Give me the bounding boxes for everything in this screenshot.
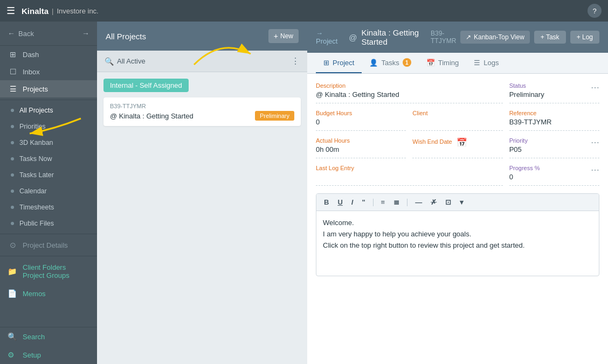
- projects-header: All Projects + New: [97, 22, 307, 51]
- timing-tab-icon: 📅: [426, 59, 435, 67]
- tab-logs[interactable]: ☰ Logs: [466, 53, 506, 73]
- sidebar-sub-priorities[interactable]: Priorities: [0, 118, 97, 135]
- editor-line-3: Click on the top right button to review …: [323, 240, 592, 251]
- toolbar-ol[interactable]: ≣: [391, 197, 402, 207]
- sidebar-sub-public-files[interactable]: Public Files: [0, 215, 97, 232]
- toolbar-hr[interactable]: —: [413, 197, 424, 207]
- brand-name: Kinalta: [22, 6, 49, 16]
- detail-tabs: ⊞ Project 👤 Tasks 1 📅 Timing ☰ Logs: [307, 53, 608, 74]
- tasks-badge: 1: [403, 58, 411, 67]
- dot-icon: [11, 222, 14, 225]
- project-tab-label: Project: [333, 59, 354, 67]
- status-field: Status Preliminary ⋯: [509, 82, 599, 103]
- tab-project[interactable]: ⊞ Project: [316, 53, 362, 73]
- toolbar-sep-2: [407, 199, 407, 206]
- projects-panel-title: All Projects: [106, 32, 268, 41]
- description-value: @ Kinalta : Getting Started: [316, 90, 503, 99]
- toolbar-bold[interactable]: B: [322, 197, 331, 207]
- folder-icon: 📁: [8, 267, 18, 276]
- content-area: All Projects + New 🔍 All Acti: [97, 22, 608, 364]
- description-label: Description: [316, 82, 503, 89]
- toolbar-underline[interactable]: U: [335, 197, 344, 207]
- sidebar-sub-timesheets[interactable]: Timesheets: [0, 199, 97, 215]
- sidebar-item-label: Projects: [23, 85, 48, 93]
- priority-options-button[interactable]: ⋯: [591, 137, 599, 148]
- sidebar-item-projects[interactable]: ☰ Projects: [0, 80, 97, 97]
- calendar-icon[interactable]: 📅: [457, 137, 467, 148]
- sidebar-project-details[interactable]: ⊙ Project Details: [0, 236, 97, 254]
- toolbar-code[interactable]: ⊡: [443, 197, 453, 207]
- progress-options-button[interactable]: ⋯: [591, 165, 599, 175]
- task-btn-label: + Task: [541, 33, 559, 41]
- detail-title-area: → Project @ Kinalta : Getting Started B3…: [316, 28, 460, 46]
- client-folders-label: Client Folders: [23, 263, 70, 271]
- dot-icon: [11, 173, 14, 177]
- sidebar-sub-label: Public Files: [19, 220, 54, 227]
- topbar-subtitle: Investore inc.: [57, 7, 98, 15]
- sidebar-back-button[interactable]: ← Back →: [0, 26, 97, 41]
- editor-body[interactable]: Welcome. I am very happy to help you ach…: [316, 211, 599, 276]
- status-label: Status: [509, 82, 544, 89]
- menu-icon[interactable]: ☰: [6, 5, 15, 17]
- memos-icon: 📄: [8, 289, 18, 298]
- back-label: Back: [18, 30, 34, 38]
- filter-options-button[interactable]: ⋮: [291, 56, 300, 66]
- client-field: Client: [412, 110, 502, 131]
- sidebar-item-dash[interactable]: ⊞ Dash: [0, 46, 97, 63]
- topbar: ☰ Kinalta | Investore inc. ?: [0, 0, 608, 22]
- status-badge: Preliminary: [255, 111, 294, 121]
- reference-field: Reference B39-TTJYMR: [509, 110, 599, 131]
- toolbar-more[interactable]: ▾: [458, 197, 466, 207]
- project-card[interactable]: B39-TTJYMR @ Kinalta : Getting Started P…: [103, 97, 301, 126]
- toolbar-strikethrough[interactable]: ✗: [429, 197, 439, 207]
- tasks-tab-label: Tasks: [381, 59, 399, 67]
- group-label: Internal - Self Assigned: [103, 79, 189, 92]
- actual-hours-value: 0h 00m: [316, 145, 406, 153]
- back-arrow-icon: ←: [8, 29, 15, 38]
- detail-header: → Project @ Kinalta : Getting Started B3…: [307, 22, 608, 53]
- actual-hours-field: Actual Hours 0h 00m: [316, 137, 406, 158]
- sidebar-client-folders[interactable]: 📁 Client Folders Project Groups: [0, 258, 97, 284]
- plus-icon: +: [274, 32, 278, 40]
- detail-panel: → Project @ Kinalta : Getting Started B3…: [307, 22, 608, 364]
- add-task-button[interactable]: + Task: [534, 31, 566, 44]
- toolbar-quote[interactable]: ": [360, 197, 367, 207]
- tab-timing[interactable]: 📅 Timing: [419, 53, 467, 73]
- status-options-button[interactable]: ⋯: [591, 82, 599, 93]
- filter-label: All Active: [117, 57, 291, 65]
- sidebar-sub-tasks-now[interactable]: Tasks Now: [0, 151, 97, 167]
- project-ref: B39-TTJYMR: [110, 103, 294, 109]
- new-button-label: New: [280, 32, 293, 40]
- sidebar-sub-tasks-later[interactable]: Tasks Later: [0, 167, 97, 183]
- dot-icon: [11, 190, 14, 193]
- log-btn-label: + Log: [577, 33, 593, 41]
- fields-row-4: Last Log Entry Progress % 0 ⋯: [316, 165, 599, 186]
- sidebar-setup[interactable]: ⚙ Setup: [0, 346, 97, 364]
- sidebar-sub-3d-kanban[interactable]: 3D Kanban: [0, 135, 97, 151]
- help-button[interactable]: ?: [588, 4, 602, 18]
- toolbar-italic[interactable]: I: [349, 197, 356, 207]
- kanban-view-button[interactable]: ↗ Kanban-Top View: [460, 31, 530, 44]
- client-label: Client: [412, 110, 502, 116]
- detail-at: @: [349, 33, 357, 42]
- fields-row-1: Description @ Kinalta : Getting Started …: [316, 82, 599, 103]
- sidebar-nav-top: ← Back →: [0, 22, 97, 46]
- dot-icon: [11, 157, 14, 160]
- toolbar-ul[interactable]: ≡: [379, 197, 388, 207]
- sidebar-sub-calendar[interactable]: Calendar: [0, 183, 97, 199]
- add-log-button[interactable]: + Log: [570, 31, 599, 44]
- wish-end-label: Wish End Date: [412, 138, 452, 145]
- wish-end-field: Wish End Date 📅: [412, 137, 502, 158]
- project-name: @ Kinalta : Getting Started: [110, 112, 255, 120]
- detail-title-main: Kinalta : Getting Started: [361, 28, 426, 46]
- sidebar-search[interactable]: 🔍 Search: [0, 327, 97, 346]
- detail-header-actions: ↗ Kanban-Top View + Task + Log: [460, 31, 599, 44]
- project-tab-icon: ⊞: [323, 59, 329, 67]
- new-project-button[interactable]: + New: [268, 29, 299, 43]
- sidebar-sub-all-projects[interactable]: All Projects: [0, 102, 97, 118]
- fields-row-2: Budget Hours 0 Client Reference B39-TTJY…: [316, 110, 599, 131]
- tab-tasks[interactable]: 👤 Tasks 1: [362, 53, 418, 73]
- sidebar-item-inbox[interactable]: ☐ Inbox: [0, 63, 97, 80]
- sidebar-memos[interactable]: 📄 Memos: [0, 284, 97, 303]
- search-label: Search: [23, 333, 45, 341]
